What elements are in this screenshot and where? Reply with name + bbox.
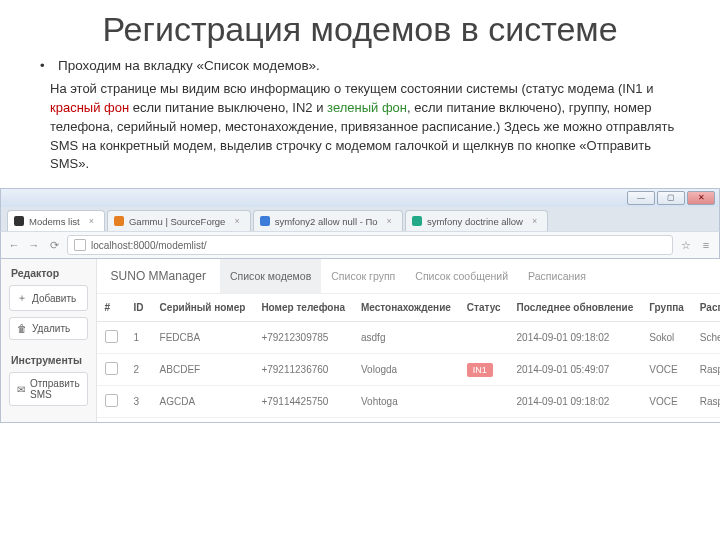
send-sms-label: Отправить SMS <box>30 378 80 400</box>
tab-schedules[interactable]: Расписания <box>518 259 596 293</box>
url-text: localhost:8000/modemlist/ <box>91 240 207 251</box>
row-checkbox[interactable] <box>105 394 118 407</box>
table-row[interactable]: 2 ABCDEF +79211236760 Vologda IN1 2014-0… <box>97 354 720 386</box>
cell-id: 1 <box>126 322 152 354</box>
window-max-button[interactable]: ▢ <box>657 191 685 205</box>
col-id: ID <box>126 294 152 322</box>
delete-button[interactable]: 🗑 Удалить <box>9 317 88 340</box>
tab-messages-list[interactable]: Список сообщений <box>405 259 518 293</box>
favicon-icon <box>114 216 124 226</box>
table-row[interactable]: 3 AGCDA +79114425750 Vohtoga 2014-09-01 … <box>97 386 720 418</box>
mail-icon: ✉ <box>17 384 25 395</box>
page-title: Регистрация модемов в системе <box>40 10 680 49</box>
cell-location: Vologda <box>353 354 459 386</box>
cell-location: Vohtoga <box>353 386 459 418</box>
col-schedule: Расписание <box>692 294 720 322</box>
app-frame: Редактор ＋ Добавить 🗑 Удалить Инструмент… <box>0 259 720 423</box>
cell-updated: 2014-09-01 09:18:02 <box>509 322 642 354</box>
cell-schedule: Raspisanie <box>692 354 720 386</box>
browser-tab-label: Gammu | SourceForge <box>129 216 225 227</box>
row-checkbox[interactable] <box>105 362 118 375</box>
modems-table: # ID Серийный номер Номер телефона Место… <box>97 294 720 418</box>
trash-icon: 🗑 <box>17 323 27 334</box>
cell-status <box>459 322 509 354</box>
menu-icon[interactable]: ≡ <box>699 238 713 252</box>
cell-status <box>459 386 509 418</box>
add-button-label: Добавить <box>32 293 76 304</box>
favicon-icon <box>412 216 422 226</box>
bullet-item: • Проходим на вкладку «Список модемов». <box>40 57 680 76</box>
page-icon <box>74 239 86 251</box>
favicon-icon <box>260 216 270 226</box>
cell-phone: +79211236760 <box>253 354 353 386</box>
cell-updated: 2014-09-01 09:18:02 <box>509 386 642 418</box>
row-checkbox[interactable] <box>105 330 118 343</box>
cell-id: 3 <box>126 386 152 418</box>
sidebar: Редактор ＋ Добавить 🗑 Удалить Инструмент… <box>1 259 97 422</box>
sidebar-section-tools: Инструменты <box>1 346 96 372</box>
add-button[interactable]: ＋ Добавить <box>9 285 88 311</box>
app-brand: SUNO MManager <box>97 269 220 283</box>
status-badge: IN1 <box>467 363 493 377</box>
col-group: Группа <box>641 294 691 322</box>
sidebar-section-editor: Редактор <box>1 259 96 285</box>
cell-group: VOCE <box>641 386 691 418</box>
url-input[interactable]: localhost:8000/modemlist/ <box>67 235 673 255</box>
delete-button-label: Удалить <box>32 323 70 334</box>
table-header-row: # ID Серийный номер Номер телефона Место… <box>97 294 720 322</box>
table-row[interactable]: 1 FEDCBA +79212309785 asdfg 2014-09-01 0… <box>97 322 720 354</box>
close-icon[interactable]: × <box>532 216 537 226</box>
browser-tab-label: symfony doctrine allow <box>427 216 523 227</box>
browser-tab-label: symfony2 allow null - По <box>275 216 378 227</box>
nav-forward-icon[interactable]: → <box>27 238 41 252</box>
window-titlebar: — ▢ ✕ <box>0 188 720 207</box>
bullet-text: Проходим на вкладку «Список модемов». <box>58 57 320 76</box>
browser-tab[interactable]: symfony2 allow null - По × <box>253 210 403 231</box>
cell-status: IN1 <box>459 354 509 386</box>
col-check: # <box>97 294 126 322</box>
para-red: красный фон <box>50 100 129 115</box>
browser-tabstrip: Modems list × Gammu | SourceForge × symf… <box>0 207 720 231</box>
description-paragraph: На этой странице мы видим всю информацию… <box>50 80 680 174</box>
screenshot-region: — ▢ ✕ Modems list × Gammu | SourceForge … <box>0 188 720 423</box>
cell-schedule: Schedule <box>692 322 720 354</box>
col-status: Статус <box>459 294 509 322</box>
close-icon[interactable]: × <box>89 216 94 226</box>
window-close-button[interactable]: ✕ <box>687 191 715 205</box>
bookmark-icon[interactable]: ☆ <box>679 238 693 252</box>
col-serial: Серийный номер <box>152 294 254 322</box>
cell-group: VOCE <box>641 354 691 386</box>
browser-toolbar: ← → ⟳ localhost:8000/modemlist/ ☆ ≡ <box>0 231 720 259</box>
browser-tab[interactable]: symfony doctrine allow × <box>405 210 548 231</box>
tab-groups-list[interactable]: Список групп <box>321 259 405 293</box>
plus-icon: ＋ <box>17 291 27 305</box>
para-seg-1: На этой странице мы видим всю информацию… <box>50 81 653 96</box>
tab-modems-list[interactable]: Список модемов <box>220 259 321 293</box>
col-phone: Номер телефона <box>253 294 353 322</box>
cell-phone: +79212309785 <box>253 322 353 354</box>
cell-serial: ABCDEF <box>152 354 254 386</box>
nav-reload-icon[interactable]: ⟳ <box>47 238 61 252</box>
main-panel: SUNO MManager Список модемов Список груп… <box>97 259 720 422</box>
cell-id: 2 <box>126 354 152 386</box>
close-icon[interactable]: × <box>387 216 392 226</box>
cell-group: Sokol <box>641 322 691 354</box>
close-icon[interactable]: × <box>234 216 239 226</box>
cell-updated: 2014-09-01 05:49:07 <box>509 354 642 386</box>
browser-tab[interactable]: Gammu | SourceForge × <box>107 210 251 231</box>
col-updated: Последнее обновление <box>509 294 642 322</box>
para-seg-2: если питание выключено, IN2 и <box>129 100 327 115</box>
browser-tab-label: Modems list <box>29 216 80 227</box>
col-location: Местонахождение <box>353 294 459 322</box>
bullet-dot: • <box>40 57 58 73</box>
cell-phone: +79114425750 <box>253 386 353 418</box>
cell-serial: FEDCBA <box>152 322 254 354</box>
para-green: зеленый фон <box>327 100 407 115</box>
cell-serial: AGCDA <box>152 386 254 418</box>
cell-schedule: Raspisanie <box>692 386 720 418</box>
window-min-button[interactable]: — <box>627 191 655 205</box>
send-sms-button[interactable]: ✉ Отправить SMS <box>9 372 88 406</box>
nav-back-icon[interactable]: ← <box>7 238 21 252</box>
favicon-icon <box>14 216 24 226</box>
browser-tab[interactable]: Modems list × <box>7 210 105 231</box>
